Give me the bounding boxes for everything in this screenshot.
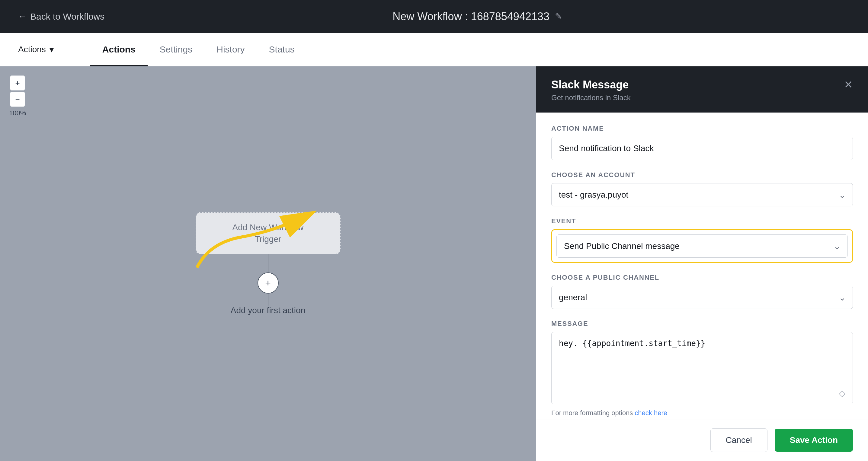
tab-history[interactable]: History	[205, 34, 257, 66]
action-name-field-group: ACTION NAME	[551, 125, 853, 160]
top-bar: ← Back to Workflows New Workflow : 16878…	[0, 0, 868, 33]
main-content: + − 100% Add New Workflow Trigger + Add …	[0, 66, 868, 461]
zoom-out-button[interactable]: −	[10, 92, 25, 107]
tab-settings[interactable]: Settings	[148, 34, 205, 66]
account-label: CHOOSE AN ACCOUNT	[551, 171, 853, 179]
workflow-title: New Workflow : 1687854942133 ✎	[393, 10, 562, 23]
tab-status[interactable]: Status	[257, 34, 307, 66]
panel-body: ACTION NAME CHOOSE AN ACCOUNT test - gra…	[536, 112, 868, 419]
zoom-level: 100%	[9, 109, 26, 117]
event-field-group: EVENT Send Public Channel message	[551, 217, 853, 263]
formatting-link[interactable]: check here	[634, 409, 667, 417]
trigger-box-text: Add New Workflow Trigger	[232, 222, 303, 245]
event-select[interactable]: Send Public Channel message	[556, 234, 848, 258]
actions-dropdown[interactable]: Actions ▾	[18, 45, 72, 55]
zoom-controls: + − 100%	[9, 75, 26, 117]
panel-header: Slack Message Get notifications in Slack…	[536, 66, 868, 112]
canvas-workflow: Add New Workflow Trigger + Add your firs…	[196, 212, 341, 315]
message-textarea[interactable]: hey. {{appointment.start_time}}	[551, 332, 853, 404]
tag-icon: ◇	[839, 388, 846, 398]
add-action-label: Add your first action	[231, 306, 305, 315]
panel-header-content: Slack Message Get notifications in Slack	[551, 78, 631, 102]
cancel-button[interactable]: Cancel	[710, 428, 768, 452]
message-textarea-wrapper: hey. {{appointment.start_time}} ◇	[551, 332, 853, 405]
canvas-area: + − 100% Add New Workflow Trigger + Add …	[0, 66, 536, 461]
actions-dropdown-label: Actions	[18, 45, 46, 54]
tab-actions[interactable]: Actions	[90, 34, 148, 66]
connector-line-bottom	[268, 294, 269, 306]
panel-subtitle: Get notifications in Slack	[551, 94, 631, 102]
connector-line-top	[268, 254, 269, 272]
channel-select-wrapper: general	[551, 286, 853, 309]
panel-title: Slack Message	[551, 78, 631, 91]
edit-icon[interactable]: ✎	[555, 11, 562, 22]
add-action-button[interactable]: +	[257, 272, 279, 294]
back-to-workflows-link[interactable]: ← Back to Workflows	[18, 11, 104, 22]
channel-field-group: CHOOSE A PUBLIC CHANNEL general	[551, 274, 853, 309]
event-select-wrapper: Send Public Channel message	[556, 234, 848, 258]
action-name-label: ACTION NAME	[551, 125, 853, 132]
close-panel-button[interactable]: ✕	[844, 78, 853, 91]
zoom-in-button[interactable]: +	[10, 75, 25, 91]
message-field-group: MESSAGE hey. {{appointment.start_time}} …	[551, 320, 853, 417]
channel-select[interactable]: general	[551, 286, 853, 309]
dropdown-chevron-icon: ▾	[50, 45, 54, 55]
right-panel: Slack Message Get notifications in Slack…	[536, 66, 868, 461]
event-field-highlighted: Send Public Channel message	[551, 229, 853, 263]
action-name-input[interactable]	[551, 137, 853, 160]
message-label: MESSAGE	[551, 320, 853, 328]
channel-label: CHOOSE A PUBLIC CHANNEL	[551, 274, 853, 282]
back-arrow-icon: ←	[18, 12, 27, 22]
event-label: EVENT	[551, 217, 853, 225]
back-label: Back to Workflows	[30, 11, 104, 22]
panel-footer: Cancel Save Action	[536, 419, 868, 461]
account-select[interactable]: test - grasya.puyot	[551, 183, 853, 206]
save-action-button[interactable]: Save Action	[775, 429, 853, 452]
account-select-wrapper: test - grasya.puyot	[551, 183, 853, 206]
trigger-box[interactable]: Add New Workflow Trigger	[196, 212, 341, 254]
account-field-group: CHOOSE AN ACCOUNT test - grasya.puyot	[551, 171, 853, 206]
formatting-note: For more formatting options check here	[551, 409, 853, 417]
tab-bar: Actions ▾ Actions Settings History Statu…	[0, 33, 868, 66]
